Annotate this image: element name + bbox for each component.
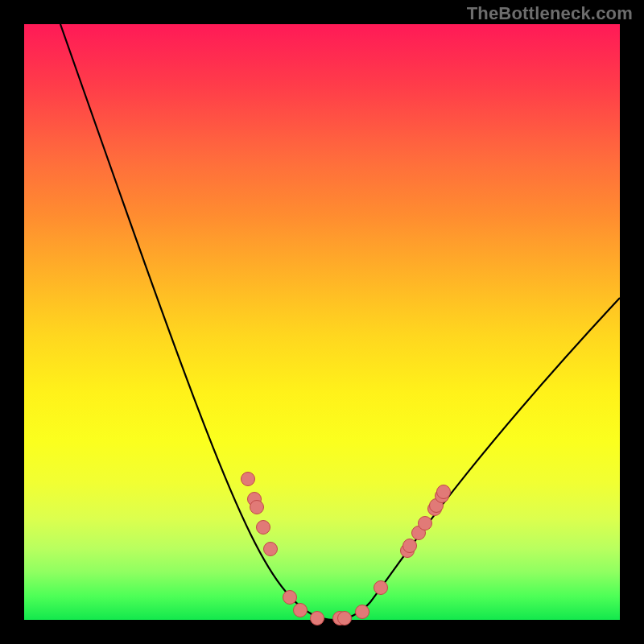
bottleneck-curve xyxy=(24,24,620,620)
chart-frame: TheBottleneck.com xyxy=(0,0,644,644)
data-marker xyxy=(338,612,352,625)
data-marker xyxy=(283,591,297,605)
data-marker xyxy=(403,539,417,553)
data-marker xyxy=(294,604,308,617)
markers-group xyxy=(242,473,451,625)
data-marker xyxy=(250,501,264,514)
data-marker xyxy=(419,517,432,530)
data-marker xyxy=(437,485,451,499)
data-marker xyxy=(242,473,255,486)
data-marker xyxy=(374,581,388,595)
data-marker xyxy=(311,612,324,625)
data-marker xyxy=(257,521,270,535)
curve-path xyxy=(60,24,620,620)
watermark-text: TheBottleneck.com xyxy=(467,3,633,24)
data-marker xyxy=(264,543,278,556)
plot-gradient-background xyxy=(24,24,620,620)
data-marker xyxy=(356,605,369,619)
